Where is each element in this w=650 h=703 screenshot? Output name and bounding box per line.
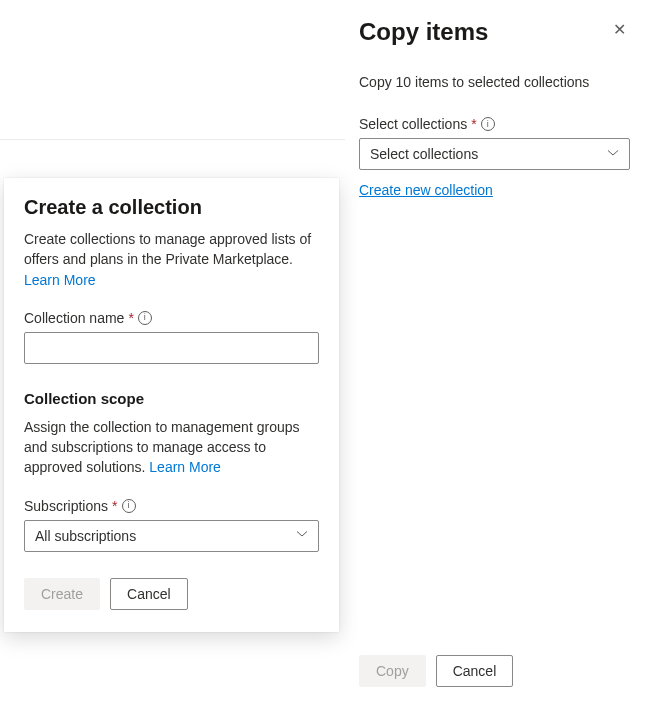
cancel-button[interactable]: Cancel — [436, 655, 514, 687]
collection-name-input[interactable] — [24, 332, 319, 364]
create-button[interactable]: Create — [24, 578, 100, 610]
panel-subtext: Copy 10 items to selected collections — [359, 74, 630, 90]
dropdown-value: Select collections — [370, 146, 478, 162]
learn-more-link[interactable]: Learn More — [149, 457, 221, 477]
chevron-svg — [607, 147, 619, 159]
subscriptions-label: Subscriptions * i — [24, 498, 319, 514]
copy-panel-footer: Copy Cancel — [359, 655, 513, 687]
modal-footer: Create Cancel — [24, 578, 319, 610]
scope-description: Assign the collection to management grou… — [24, 417, 319, 478]
modal-description: Create collections to manage approved li… — [24, 229, 319, 290]
select-collections-label-text: Select collections — [359, 116, 467, 132]
chevron-svg — [296, 528, 308, 540]
info-icon[interactable]: i — [122, 499, 136, 513]
panel-header: Copy items ✕ — [359, 18, 630, 46]
info-icon[interactable]: i — [138, 311, 152, 325]
panel-title: Copy items — [359, 18, 488, 46]
modal-title: Create a collection — [24, 196, 319, 219]
required-star-icon: * — [471, 116, 476, 132]
chevron-down-icon — [607, 147, 619, 162]
copy-button[interactable]: Copy — [359, 655, 426, 687]
create-new-collection-link[interactable]: Create new collection — [359, 182, 493, 198]
required-star-icon: * — [112, 498, 117, 514]
cancel-button[interactable]: Cancel — [110, 578, 188, 610]
required-star-icon: * — [128, 310, 133, 326]
create-collection-modal: Create a collection Create collections t… — [4, 178, 339, 632]
learn-more-link[interactable]: Learn More — [24, 270, 96, 290]
close-icon[interactable]: ✕ — [609, 18, 630, 42]
modal-desc-text: Create collections to manage approved li… — [24, 231, 311, 267]
copy-items-panel: Copy items ✕ Copy 10 items to selected c… — [345, 0, 650, 703]
select-collections-label: Select collections * i — [359, 116, 630, 132]
collection-name-label: Collection name * i — [24, 310, 319, 326]
dropdown-value: All subscriptions — [35, 528, 136, 544]
collection-name-label-text: Collection name — [24, 310, 124, 326]
collection-scope-heading: Collection scope — [24, 390, 319, 407]
select-collections-dropdown[interactable]: Select collections — [359, 138, 630, 170]
chevron-down-icon — [296, 528, 308, 543]
info-icon[interactable]: i — [481, 117, 495, 131]
subscriptions-dropdown[interactable]: All subscriptions — [24, 520, 319, 552]
subscriptions-label-text: Subscriptions — [24, 498, 108, 514]
background-divider — [0, 139, 345, 140]
